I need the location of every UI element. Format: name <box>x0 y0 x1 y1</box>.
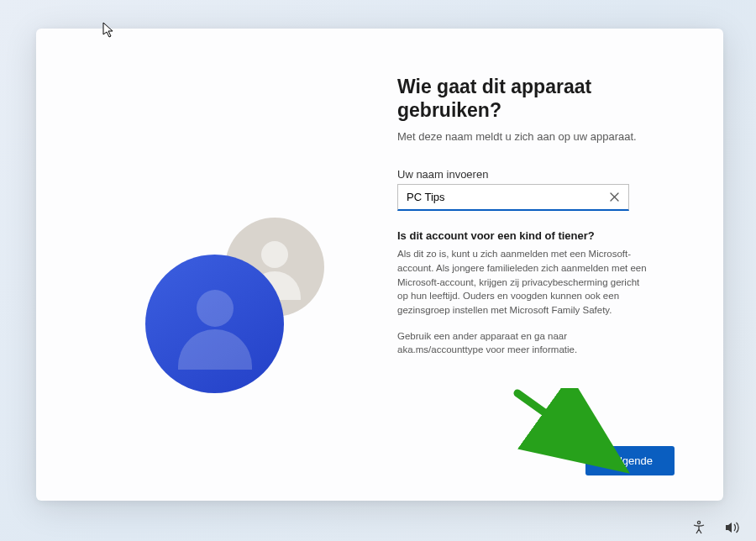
name-input[interactable] <box>407 191 606 203</box>
page-subtitle: Met deze naam meldt u zich aan op uw app… <box>397 130 675 143</box>
child-account-body: Als dit zo is, kunt u zich aanmelden met… <box>397 247 649 317</box>
form-pane: Wie gaat dit apparaat gebruiken? Met dez… <box>389 29 723 501</box>
name-input-wrap[interactable] <box>397 184 629 211</box>
illustration-pane <box>36 29 389 501</box>
svg-point-0 <box>697 521 700 523</box>
next-button[interactable]: Volgende <box>585 446 675 475</box>
accessibility-button[interactable] <box>690 519 707 536</box>
avatar-primary-icon <box>145 255 284 393</box>
clear-input-button[interactable] <box>606 190 622 205</box>
child-account-more: Gebruik een ander apparaat en ga naar ak… <box>397 329 649 357</box>
child-account-title: Is dit account voor een kind of tiener? <box>397 229 675 242</box>
close-icon <box>610 192 619 202</box>
accessibility-icon <box>691 520 706 535</box>
page-title: Wie gaat dit apparaat gebruiken? <box>397 76 675 122</box>
oobe-dialog: Wie gaat dit apparaat gebruiken? Met dez… <box>36 29 723 501</box>
name-field-label: Uw naam invoeren <box>397 168 675 181</box>
volume-icon <box>724 520 741 535</box>
user-illustration <box>145 218 339 402</box>
taskbar-tray <box>690 519 741 536</box>
volume-button[interactable] <box>724 519 741 536</box>
